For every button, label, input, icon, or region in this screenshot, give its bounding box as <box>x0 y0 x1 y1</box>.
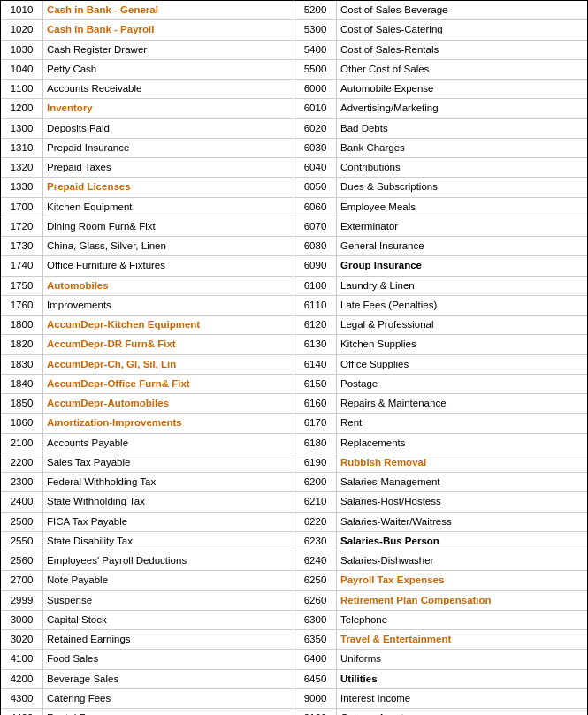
account-name: Employees' Payroll Deductions <box>43 551 294 570</box>
account-code: 2560 <box>1 551 43 570</box>
left-column: 1010Cash in Bank - General1020Cash in Ba… <box>1 1 294 715</box>
table-row: 1200Inventory <box>1 99 294 118</box>
account-code: 1730 <box>1 237 43 255</box>
table-row: 6450Utilities <box>294 670 587 689</box>
account-name: AccumDepr-DR Furn& Fixt <box>43 335 294 354</box>
account-code: 1720 <box>1 217 43 236</box>
account-name: Dining Room Furn& Fixt <box>43 217 294 236</box>
table-row: 1700Kitchen Equipment <box>1 198 294 217</box>
account-code: 6150 <box>294 375 337 393</box>
account-name: Office Furniture & Fixtures <box>43 256 294 275</box>
table-row: 6140Office Supplies <box>294 355 587 375</box>
account-name: Employee Meals <box>337 198 587 217</box>
account-name: Gain on Assets <box>337 709 587 715</box>
table-row: 6130Kitchen Supplies <box>294 335 587 354</box>
account-code: 6040 <box>294 158 337 177</box>
account-code: 2300 <box>1 473 43 491</box>
account-code: 6230 <box>294 532 337 551</box>
table-row: 2400State Withholding Tax <box>1 492 294 512</box>
account-name: Prepaid Taxes <box>43 158 294 177</box>
account-name: Sales Tax Payable <box>43 453 294 472</box>
account-code: 2200 <box>1 453 43 472</box>
table-row: 1840AccumDepr-Office Furn& Fixt <box>1 375 294 394</box>
account-name: Replacements <box>337 434 587 453</box>
table-row: 1750Automobiles <box>1 277 294 296</box>
table-row: 1020Cash in Bank - Payroll <box>1 20 294 40</box>
table-row: 6250Payroll Tax Expenses <box>294 571 587 590</box>
account-code: 2550 <box>1 532 43 551</box>
account-code: 1320 <box>1 158 43 177</box>
account-name: AccumDepr-Ch, Gl, Sil, Lin <box>43 355 294 374</box>
account-name: General Insurance <box>337 237 587 255</box>
account-code: 6120 <box>294 316 337 334</box>
table-row: 9100Gain on Assets <box>294 709 587 715</box>
account-code: 6050 <box>294 178 337 196</box>
account-code: 6350 <box>294 630 337 649</box>
account-name: Cost of Sales-Beverage <box>337 1 587 19</box>
table-row: 4100Food Sales <box>1 650 294 669</box>
account-code: 2999 <box>1 591 43 610</box>
table-row: 1100Accounts Receivable <box>1 80 294 99</box>
account-code: 1860 <box>1 414 43 432</box>
account-name: Inventory <box>43 99 294 118</box>
table-row: 6010Advertising/Marketing <box>294 99 587 118</box>
table-row: 6180Replacements <box>294 434 587 453</box>
table-row: 4400Rental Fees <box>1 709 294 715</box>
table-row: 5300Cost of Sales-Catering <box>294 20 587 40</box>
account-name: Bank Charges <box>337 139 587 157</box>
account-name: Cost of Sales-Rentals <box>337 41 587 59</box>
account-code: 1830 <box>1 355 43 374</box>
account-name: Automobiles <box>43 277 294 295</box>
table-row: 1800AccumDepr-Kitchen Equipment <box>1 316 294 335</box>
table-row: 5200Cost of Sales-Beverage <box>294 1 587 20</box>
account-name: Salaries-Host/Hostess <box>337 492 587 511</box>
account-name: Note Payable <box>43 571 294 589</box>
account-code: 6030 <box>294 139 337 157</box>
account-code: 6190 <box>294 453 337 472</box>
table-row: 1330Prepaid Licenses <box>1 178 294 197</box>
account-name: Travel & Entertainment <box>337 630 587 649</box>
table-row: 6050Dues & Subscriptions <box>294 178 587 197</box>
table-row: 6000Automobile Expense <box>294 80 587 99</box>
account-code: 1800 <box>1 316 43 334</box>
table-row: 1760Improvements <box>1 296 294 316</box>
table-row: 2999Suspense <box>1 591 294 611</box>
account-name: Retirement Plan Compensation <box>337 591 587 610</box>
account-code: 5300 <box>294 20 337 39</box>
account-code: 3000 <box>1 611 43 629</box>
account-code: 1020 <box>1 20 43 39</box>
account-name: Dues & Subscriptions <box>337 178 587 196</box>
account-name: Rental Fees <box>43 709 294 715</box>
account-code: 6220 <box>294 513 337 531</box>
account-name: Kitchen Equipment <box>43 198 294 217</box>
account-code: 1750 <box>1 277 43 295</box>
account-code: 1200 <box>1 99 43 118</box>
account-name: Retained Earnings <box>43 630 294 649</box>
account-name: Cash in Bank - General <box>43 1 294 19</box>
table-row: 3020Retained Earnings <box>1 630 294 650</box>
account-name: Accounts Payable <box>43 434 294 453</box>
table-row: 1320Prepaid Taxes <box>1 158 294 178</box>
account-name: Interest Income <box>337 689 587 708</box>
account-name: Other Cost of Sales <box>337 60 587 79</box>
account-code: 1820 <box>1 335 43 354</box>
table-row: 5400Cost of Sales-Rentals <box>294 41 587 60</box>
account-code: 2700 <box>1 571 43 589</box>
account-code: 4300 <box>1 689 43 708</box>
account-code: 6260 <box>294 591 337 610</box>
table-row: 1040Petty Cash <box>1 60 294 80</box>
account-name: FICA Tax Payable <box>43 513 294 531</box>
table-row: 6030Bank Charges <box>294 139 587 158</box>
account-code: 9100 <box>294 709 337 715</box>
account-name: Advertising/Marketing <box>337 99 587 118</box>
account-code: 5500 <box>294 60 337 79</box>
table-row: 2700Note Payable <box>1 571 294 590</box>
account-name: Deposits Paid <box>43 119 294 138</box>
account-name: Postage <box>337 375 587 393</box>
table-row: 1010Cash in Bank - General <box>1 1 294 20</box>
table-row: 6020Bad Debts <box>294 119 587 139</box>
account-code: 1740 <box>1 256 43 275</box>
table-row: 5500Other Cost of Sales <box>294 60 587 80</box>
account-code: 1850 <box>1 394 43 413</box>
table-row: 6350Travel & Entertainment <box>294 630 587 650</box>
